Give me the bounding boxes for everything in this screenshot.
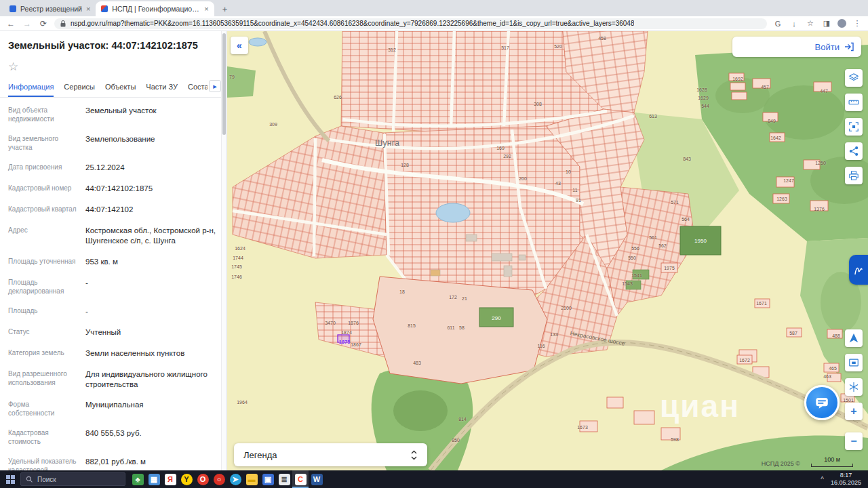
app-blue-icon[interactable]: ▣ — [260, 470, 276, 488]
back-icon[interactable]: ← — [5, 19, 16, 28]
field-row: АдресКостромская обл., Костромской р-н, … — [0, 220, 226, 251]
chat-button[interactable] — [804, 385, 840, 420]
tab-label: Реестр извещений — [20, 5, 82, 13]
field-label: Кадастровый квартал — [8, 205, 77, 215]
app-opera-icon[interactable]: O — [195, 470, 211, 488]
search-icon — [26, 476, 33, 483]
extent-button[interactable] — [845, 118, 863, 136]
overview-map-button[interactable] — [845, 354, 863, 371]
page-content: Земельный участок: 44:07:142102:1875 ☆ И… — [0, 31, 868, 470]
field-label: Статус — [8, 327, 77, 338]
field-label: Дата присвоения — [8, 163, 77, 173]
locate-button[interactable] — [845, 329, 863, 347]
field-label: Категория земель — [8, 348, 77, 359]
app-word-icon[interactable]: W — [309, 470, 325, 488]
search-placeholder: Поиск — [37, 476, 56, 483]
field-label: Площадь декларированная — [8, 278, 77, 296]
app-green-tree-icon[interactable]: ♣ — [130, 470, 146, 488]
scale-bar-line — [811, 464, 853, 467]
profile-avatar[interactable] — [837, 19, 846, 28]
snap-button[interactable] — [845, 378, 863, 396]
share-icon — [848, 145, 860, 157]
start-button[interactable] — [0, 470, 20, 488]
app-yandex-browser-icon[interactable]: Я — [162, 470, 178, 488]
feedback-tab-button[interactable] — [849, 255, 868, 285]
taskbar-clock[interactable]: 8:17 16.05.2025 — [831, 472, 861, 487]
panel-tab[interactable]: Сервисы — [64, 77, 95, 97]
field-row: Площадь- — [0, 301, 226, 322]
legend-title: Легенда — [243, 450, 277, 460]
panel-scrollbar-thumb[interactable] — [222, 33, 226, 135]
app-telegram-icon[interactable]: ➤ — [227, 470, 243, 488]
print-button[interactable] — [845, 167, 863, 184]
watermark: циан — [660, 388, 740, 424]
windows-logo-icon — [6, 475, 15, 484]
scale-label: 100 м — [824, 456, 840, 463]
field-label: Адрес — [8, 226, 77, 246]
tab-favicon — [9, 5, 16, 12]
url-field[interactable]: nspd.gov.ru/map?thematic=PKK&zoom=16.113… — [54, 18, 767, 29]
zoom-out-button[interactable]: − — [845, 432, 863, 450]
new-tab-button[interactable]: + — [218, 4, 232, 16]
tray-expand-icon[interactable]: ^ — [821, 476, 824, 483]
taskbar-apps: ♣▦ЯYO○➤▬▣≣CW — [130, 470, 325, 488]
app-docs-icon[interactable]: ≣ — [276, 470, 292, 488]
browser-urlbar: ← → ⟳ nspd.gov.ru/map?thematic=PKK&zoom=… — [0, 16, 868, 31]
zoom-in-button[interactable]: + — [845, 403, 863, 420]
app-grid-icon[interactable]: ▦ — [146, 470, 162, 488]
share-button[interactable] — [845, 142, 863, 160]
translate-icon[interactable]: G — [772, 20, 783, 28]
side-panel-icon[interactable]: ◨ — [821, 19, 832, 28]
field-value: Для индивидуального жилищного строительс… — [85, 369, 217, 390]
lock-icon — [60, 20, 66, 28]
app-red-circle-icon[interactable]: ○ — [211, 470, 227, 488]
cadastral-map[interactable]: 1875187418673470187648381561158290210019… — [227, 31, 868, 470]
app-yandex-icon[interactable]: Y — [178, 470, 195, 488]
favorite-star-icon[interactable]: ☆ — [0, 56, 226, 77]
field-label: Вид объекта недвижимости — [8, 106, 77, 123]
field-row: Форма собственностиМуниципальная — [0, 394, 226, 423]
fields-list: Вид объекта недвижимостиЗемельный участо… — [0, 98, 226, 470]
field-row: Вид объекта недвижимостиЗемельный участо… — [0, 100, 226, 129]
legend-toggle[interactable]: Легенда — [234, 443, 427, 466]
map-attribution: НСПД 2025 © — [762, 460, 800, 467]
tabs-overflow-arrow-icon[interactable]: ▸ — [209, 80, 221, 92]
clock-time: 8:17 — [831, 472, 861, 479]
field-label: Удельный показатель кадастровой стоимост… — [8, 457, 77, 470]
login-button[interactable]: Войти — [732, 37, 861, 57]
collapse-panel-button[interactable]: « — [231, 37, 248, 54]
field-label: Кадастровый номер — [8, 184, 77, 194]
field-row: Кадастровая стоимость840 555,53 руб. — [0, 423, 226, 451]
url-text: nspd.gov.ru/map?thematic=PKK&zoom=16.113… — [71, 20, 634, 27]
taskbar-search[interactable]: Поиск — [20, 472, 125, 486]
system-tray: ^ 8:17 16.05.2025 — [821, 472, 868, 487]
field-label: Форма собственности — [8, 400, 77, 418]
layers-button[interactable] — [845, 69, 863, 87]
forward-icon[interactable]: → — [22, 19, 33, 28]
field-value: - — [85, 306, 217, 317]
bookmark-star-icon[interactable]: ☆ — [805, 19, 816, 28]
browser-tab-registry[interactable]: Реестр извещений × — [4, 1, 96, 16]
field-value: 953 кв. м — [85, 257, 217, 267]
field-value: Муниципальная — [85, 400, 217, 418]
download-icon[interactable]: ↓ — [789, 20, 800, 28]
parcel-info-panel: Земельный участок: 44:07:142102:1875 ☆ И… — [0, 31, 227, 470]
field-row: СтатусУчтенный — [0, 322, 226, 343]
browser-tab-nspd[interactable]: НСПД | Геоинформационный п × — [96, 1, 214, 16]
reload-icon[interactable]: ⟳ — [38, 19, 49, 28]
panel-scrollbar[interactable] — [221, 31, 226, 470]
browser-menu-icon[interactable]: ⋮ — [852, 19, 863, 28]
measure-button[interactable] — [845, 94, 863, 111]
field-label: Кадастровая стоимость — [8, 428, 77, 446]
app-folder-icon[interactable]: ▬ — [243, 470, 260, 488]
panel-tab[interactable]: Соста — [188, 77, 208, 97]
app-cian-icon[interactable]: C — [292, 470, 309, 488]
field-row: Вид земельного участкаЗемлепользование — [0, 129, 226, 157]
clock-date: 16.05.2025 — [831, 479, 861, 487]
panel-tab[interactable]: Части ЗУ — [146, 77, 178, 97]
chat-bubble-icon — [812, 393, 831, 412]
panel-tab[interactable]: Объекты — [105, 77, 136, 97]
panel-tab[interactable]: Информация — [8, 77, 54, 97]
close-tab-icon[interactable]: × — [86, 5, 90, 13]
close-tab-icon[interactable]: × — [204, 5, 208, 13]
